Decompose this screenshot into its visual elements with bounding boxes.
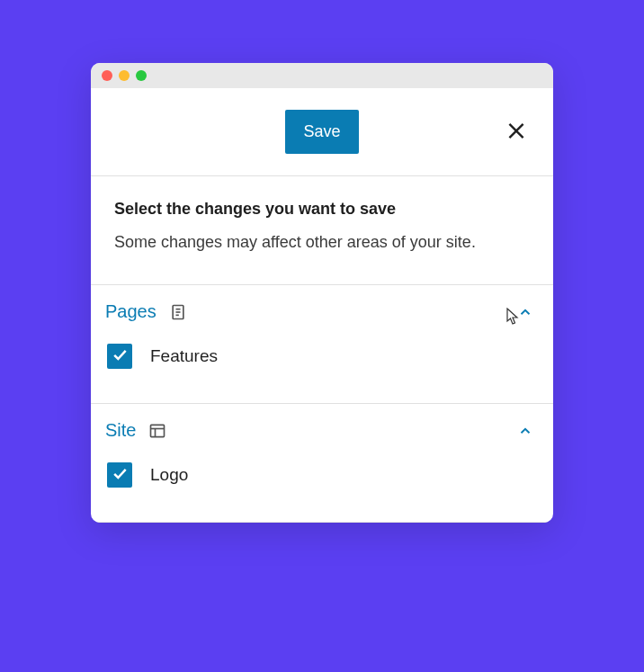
window-maximize-dot[interactable] bbox=[136, 70, 147, 81]
window-minimize-dot[interactable] bbox=[119, 70, 130, 81]
window-close-dot[interactable] bbox=[102, 70, 112, 81]
close-icon bbox=[505, 119, 528, 145]
close-button[interactable] bbox=[501, 115, 532, 148]
svg-rect-6 bbox=[151, 425, 165, 436]
checkbox-logo[interactable] bbox=[107, 462, 132, 488]
list-item: Features bbox=[107, 344, 537, 369]
intro-title: Select the changes you want to save bbox=[114, 200, 530, 219]
check-icon bbox=[111, 345, 129, 367]
check-icon bbox=[111, 464, 129, 486]
page-icon bbox=[169, 303, 187, 321]
section-pages: Pages bbox=[91, 285, 553, 404]
intro-description: Some changes may affect other areas of y… bbox=[114, 233, 530, 252]
intro-section: Select the changes you want to save Some… bbox=[91, 176, 553, 285]
section-body-site: Logo bbox=[91, 457, 553, 522]
dialog-window: Save Select the changes you want to save… bbox=[91, 63, 553, 523]
dialog-header: Save bbox=[91, 88, 553, 176]
section-title: Pages bbox=[105, 301, 157, 322]
section-site: Site bbox=[91, 404, 553, 523]
layout-icon bbox=[148, 422, 166, 440]
section-header-site[interactable]: Site bbox=[91, 404, 553, 457]
window-titlebar bbox=[91, 63, 553, 88]
checkbox-label: Logo bbox=[150, 465, 188, 485]
chevron-up-icon bbox=[517, 423, 533, 439]
section-header-pages[interactable]: Pages bbox=[91, 285, 553, 338]
save-button[interactable]: Save bbox=[285, 110, 358, 154]
checkbox-label: Features bbox=[150, 346, 218, 366]
section-title: Site bbox=[105, 420, 136, 441]
chevron-up-icon bbox=[517, 304, 533, 320]
checkbox-features[interactable] bbox=[107, 344, 132, 369]
section-body-pages: Features bbox=[91, 338, 553, 403]
list-item: Logo bbox=[107, 462, 537, 488]
